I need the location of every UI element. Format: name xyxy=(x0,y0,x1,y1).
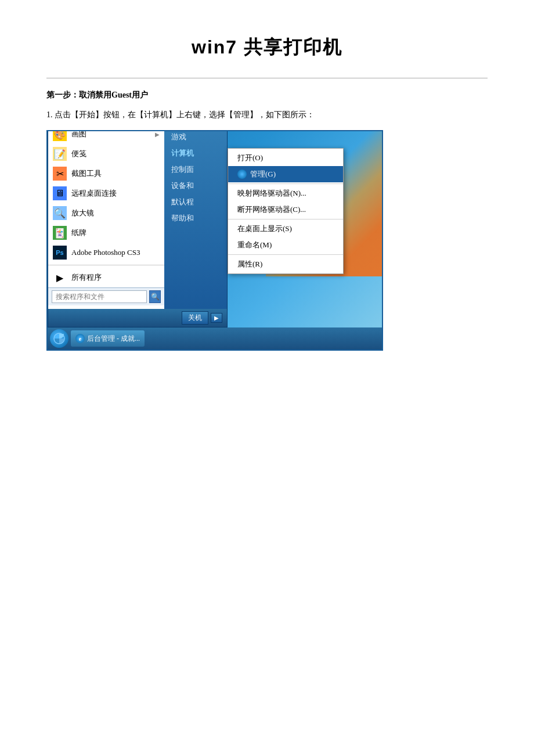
menu-item-magnify[interactable]: 🔍 放大镜 xyxy=(48,203,164,223)
taskbar-ie-label: 后台管理 - 成就... xyxy=(87,334,140,344)
paint-arrow: ▶ xyxy=(155,131,160,138)
menu-item-cards[interactable]: 🃏 纸牌 xyxy=(48,223,164,243)
context-sep-2 xyxy=(228,219,343,219)
rdp-icon: 🖥 xyxy=(53,186,67,200)
divider xyxy=(46,78,488,78)
context-map-drive[interactable]: 映射网络驱动器(N)... xyxy=(228,185,343,201)
snip-label: 截图工具 xyxy=(71,168,102,179)
rdp-label: 远程桌面连接 xyxy=(71,188,117,199)
menu-separator-1 xyxy=(48,265,164,265)
context-properties-label: 属性(R) xyxy=(237,259,262,269)
magnify-label: 放大镜 xyxy=(71,208,94,218)
context-show-desktop-label: 在桌面上显示(S) xyxy=(237,224,292,234)
right-devices[interactable]: 设备和 xyxy=(164,178,227,194)
start-menu-body: 📄 入门 ▶ ▶ Windows Media Center 🔢 计算器 🎨 xyxy=(48,130,227,309)
step1-header: 第一步：取消禁用Guest用户 xyxy=(46,90,488,100)
ps-icon: Ps xyxy=(53,246,67,260)
taskbar-ie-button[interactable]: e 后台管理 - 成就... xyxy=(71,330,145,347)
all-programs-label: 所有程序 xyxy=(71,272,102,283)
menu-item-rdp[interactable]: 🖥 远程桌面连接 xyxy=(48,183,164,203)
snip-icon: ✂ xyxy=(53,167,67,181)
menu-item-ps[interactable]: Ps Adobe Photoshop CS3 xyxy=(48,243,164,262)
magnify-icon: 🔍 xyxy=(53,206,67,220)
context-open[interactable]: 打开(O) xyxy=(228,150,343,166)
right-control[interactable]: 控制面 xyxy=(164,161,227,178)
ie-icon: e xyxy=(75,334,85,343)
right-computer[interactable]: 计算机 xyxy=(164,145,227,161)
right-defaults[interactable]: 默认程 xyxy=(164,194,227,210)
shutdown-arrow-button[interactable]: ▶ xyxy=(211,313,222,323)
search-input[interactable] xyxy=(52,290,147,303)
start-menu-left-panel: 📄 入门 ▶ ▶ Windows Media Center 🔢 计算器 🎨 xyxy=(48,130,164,309)
context-disconnect-drive-label: 断开网络驱动器(C)... xyxy=(237,204,306,215)
ps-label: Adobe Photoshop CS3 xyxy=(71,248,140,257)
context-rename-label: 重命名(M) xyxy=(237,240,272,250)
context-sep-3 xyxy=(228,254,343,255)
menu-item-notepad[interactable]: 📝 便笺 xyxy=(48,144,164,164)
context-sep-1 xyxy=(228,183,343,184)
manage-icon xyxy=(237,170,247,179)
context-open-label: 打开(O) xyxy=(237,153,263,163)
context-manage-label: 管理(G) xyxy=(250,169,276,179)
shutdown-bar: 关机 ▶ xyxy=(48,309,227,327)
page-title: win7 共享打印机 xyxy=(46,35,488,60)
paint-icon: 🎨 xyxy=(53,130,67,141)
menu-item-snip[interactable]: ✂ 截图工具 xyxy=(48,164,164,183)
paint-label: 画图 xyxy=(71,130,86,139)
context-menu: 打开(O) 管理(G) 映射网络驱动器(N)... 断开网络驱动器(C)... … xyxy=(228,148,344,274)
context-disconnect-drive[interactable]: 断开网络驱动器(C)... xyxy=(228,201,343,218)
search-button[interactable]: 🔍 xyxy=(149,290,161,303)
all-programs-icon: ▶ xyxy=(53,271,67,285)
context-map-drive-label: 映射网络驱动器(N)... xyxy=(237,188,306,199)
context-properties[interactable]: 属性(R) xyxy=(228,256,343,272)
cards-label: 纸牌 xyxy=(71,228,86,238)
taskbar: e 后台管理 - 成就... xyxy=(48,327,382,350)
right-help[interactable]: 帮助和 xyxy=(164,210,227,226)
start-menu-right-panel: Mac 文档 图片 音乐 游戏 计算机 控制面 设备和 默认程 帮助和 xyxy=(164,130,227,309)
page-container: win7 共享打印机 第一步：取消禁用Guest用户 1. 点击【开始】按钮，在… xyxy=(0,0,534,391)
right-games[interactable]: 游戏 xyxy=(164,130,227,145)
notepad-icon: 📝 xyxy=(53,147,67,161)
screenshot: www.jb51.net.com 📄 入门 ▶ xyxy=(46,130,383,351)
context-rename[interactable]: 重命名(M) xyxy=(228,237,343,253)
start-menu: 📄 入门 ▶ ▶ Windows Media Center 🔢 计算器 🎨 xyxy=(48,130,228,327)
menu-item-all-programs[interactable]: ▶ 所有程序 xyxy=(48,268,164,287)
cards-icon: 🃏 xyxy=(53,226,67,240)
start-button[interactable] xyxy=(50,329,68,348)
menu-item-paint[interactable]: 🎨 画图 ▶ xyxy=(48,130,164,144)
context-manage[interactable]: 管理(G) xyxy=(228,166,343,182)
context-show-desktop[interactable]: 在桌面上显示(S) xyxy=(228,221,343,237)
search-bar: 🔍 xyxy=(48,287,164,305)
step1-instruction: 1. 点击【开始】按钮，在【计算机】上右键，选择【管理】，如下图所示： xyxy=(46,107,488,122)
windows-logo-icon xyxy=(53,333,65,344)
shutdown-button[interactable]: 关机 xyxy=(182,311,208,325)
notepad-label: 便笺 xyxy=(71,149,86,159)
